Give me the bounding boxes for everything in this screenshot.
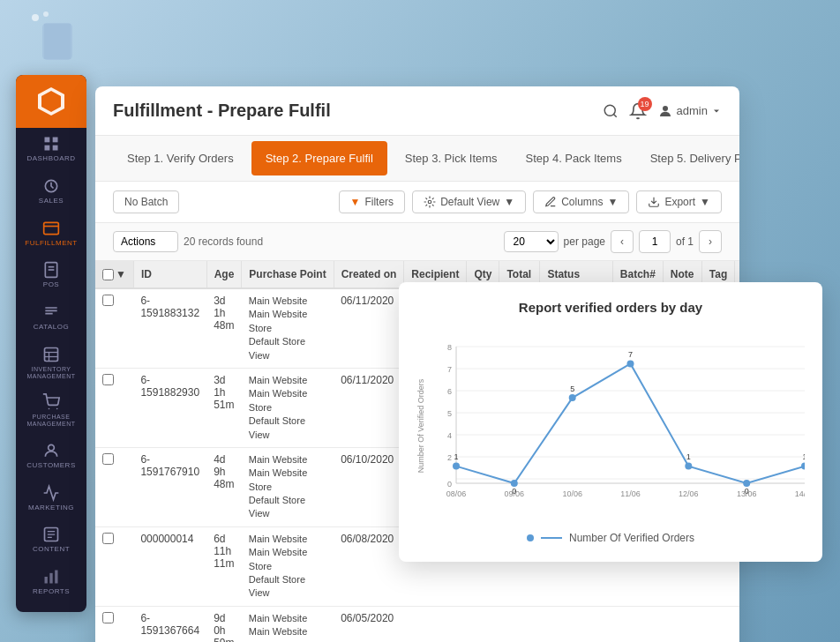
chart-panel: Report verified orders by day Number Of … <box>399 282 822 562</box>
col-age: Age <box>206 261 242 288</box>
sidebar-item-label: Dashboard <box>26 155 75 163</box>
prev-page-button[interactable]: ‹ <box>611 230 634 253</box>
default-view-label: Default View <box>440 196 499 208</box>
admin-menu[interactable]: admin <box>657 103 722 119</box>
export-button[interactable]: Export ▼ <box>636 190 722 213</box>
sidebar: Dashboard Sales Fulfillment POS Catalog … <box>16 75 86 612</box>
row-checkbox[interactable] <box>102 612 114 623</box>
svg-rect-21 <box>45 577 48 584</box>
svg-point-17 <box>49 408 50 410</box>
sidebar-item-inventory[interactable]: Inventory Management <box>16 339 86 386</box>
admin-label: admin <box>677 104 708 117</box>
svg-point-47 <box>627 360 634 367</box>
notification-count: 19 <box>638 97 652 111</box>
sidebar-item-label: Marketing <box>28 504 74 512</box>
toolbar-right: ▼ Filters Default View ▼ Columns ▼ Expor… <box>339 190 722 213</box>
sidebar-item-fulfillment[interactable]: Fulfillment <box>16 213 86 255</box>
svg-text:6: 6 <box>447 387 452 396</box>
chart-legend-label: Number Of Verified Orders <box>569 532 694 544</box>
deco-icon <box>26 11 79 63</box>
row-age: 9d 0h 59m <box>206 606 242 642</box>
select-all-checkbox[interactable] <box>102 269 114 280</box>
search-button[interactable] <box>603 103 619 119</box>
row-checkbox-cell <box>95 526 133 606</box>
svg-text:09/06: 09/06 <box>505 489 525 498</box>
columns-label: Columns <box>561 196 603 208</box>
row-id: 000000014 <box>133 526 206 606</box>
svg-point-26 <box>428 200 431 204</box>
row-batch <box>612 606 663 642</box>
pagination: 20 per page ‹ of 1 › <box>504 230 722 253</box>
step2-button[interactable]: Step 2. Prepare Fulfil <box>251 141 387 175</box>
sidebar-item-label: Content <box>33 546 70 554</box>
per-page-label: per page <box>564 235 605 248</box>
row-checkbox[interactable] <box>102 295 114 306</box>
row-checkbox[interactable] <box>102 533 114 544</box>
svg-rect-6 <box>45 146 50 151</box>
row-created-on: 06/08/2020 <box>334 526 404 606</box>
row-created-on: 06/10/2020 <box>334 447 404 526</box>
sidebar-item-catalog[interactable]: Catalog <box>16 296 86 339</box>
default-view-button[interactable]: Default View ▼ <box>412 190 526 213</box>
table-row: 6-1591367664 9d 0h 59m Main WebsiteMain … <box>95 606 739 642</box>
row-total <box>499 606 540 642</box>
svg-text:1: 1 <box>802 452 805 461</box>
sidebar-item-content[interactable]: Content <box>16 519 86 561</box>
svg-text:0: 0 <box>447 480 452 489</box>
columns-chevron-icon: ▼ <box>608 196 619 208</box>
svg-text:Number Of Verified Orders: Number Of Verified Orders <box>416 378 425 473</box>
sidebar-item-reports[interactable]: Reports <box>16 561 86 603</box>
svg-point-49 <box>743 480 750 487</box>
view-chevron-icon: ▼ <box>504 196 514 208</box>
row-id: 6-1591367664 <box>133 606 206 642</box>
row-created-on: 06/05/2020 <box>334 606 404 642</box>
svg-point-44 <box>453 463 460 470</box>
chart-area: Number Of Verified Orders 8 7 6 5 4 2 0 <box>416 329 805 523</box>
row-checkbox-cell <box>95 606 133 642</box>
row-status <box>540 606 612 642</box>
step5-button[interactable]: Step 5. Delivery Packages <box>636 141 739 175</box>
svg-rect-9 <box>44 222 59 234</box>
row-checkbox-cell <box>95 368 133 447</box>
row-id: 6-1591882930 <box>133 368 206 447</box>
chart-legend: Number Of Verified Orders <box>416 532 805 544</box>
svg-point-48 <box>685 463 692 470</box>
svg-text:11/06: 11/06 <box>620 489 641 498</box>
toolbar: No Batch ▼ Filters Default View ▼ Column… <box>95 182 739 223</box>
sidebar-item-dashboard[interactable]: Dashboard <box>16 128 86 170</box>
row-id: 6-1591767910 <box>133 447 206 526</box>
no-batch-button[interactable]: No Batch <box>113 190 179 213</box>
svg-rect-3 <box>42 23 72 60</box>
filters-button[interactable]: ▼ Filters <box>339 190 406 213</box>
svg-point-25 <box>663 106 668 111</box>
notification-badge[interactable]: 19 <box>629 102 647 120</box>
step1-button[interactable]: Step 1. Verify Orders <box>113 141 248 175</box>
page-input[interactable] <box>639 230 671 253</box>
sidebar-item-pos[interactable]: POS <box>16 254 86 296</box>
row-checkbox[interactable] <box>102 374 114 385</box>
svg-point-45 <box>511 480 518 487</box>
step4-button[interactable]: Step 4. Pack Items <box>512 141 636 175</box>
sidebar-item-marketing[interactable]: Marketing <box>16 477 86 519</box>
row-purchase-point: Main WebsiteMain Website StoreDefault St… <box>242 606 334 642</box>
row-tag <box>701 606 734 642</box>
row-checkbox-cell <box>95 447 133 526</box>
svg-text:8: 8 <box>447 343 452 352</box>
svg-rect-23 <box>55 571 57 584</box>
step3-button[interactable]: Step 3. Pick Items <box>391 141 512 175</box>
per-page-select[interactable]: 20 <box>504 231 559 252</box>
columns-button[interactable]: Columns ▼ <box>533 190 629 213</box>
svg-point-19 <box>49 444 55 451</box>
sidebar-item-sales[interactable]: Sales <box>16 170 86 213</box>
sidebar-item-customers[interactable]: Customers <box>16 435 86 477</box>
actions-select[interactable]: Actions <box>113 231 178 252</box>
records-found: 20 records found <box>184 235 263 248</box>
svg-point-0 <box>32 14 39 21</box>
next-page-button[interactable]: › <box>699 230 722 253</box>
svg-text:5: 5 <box>447 409 452 418</box>
sidebar-item-purchase[interactable]: Purchase Management <box>16 386 86 434</box>
sidebar-item-label: Sales <box>39 198 64 205</box>
svg-text:1: 1 <box>454 452 458 461</box>
legend-line <box>541 537 562 539</box>
row-checkbox[interactable] <box>102 453 114 465</box>
